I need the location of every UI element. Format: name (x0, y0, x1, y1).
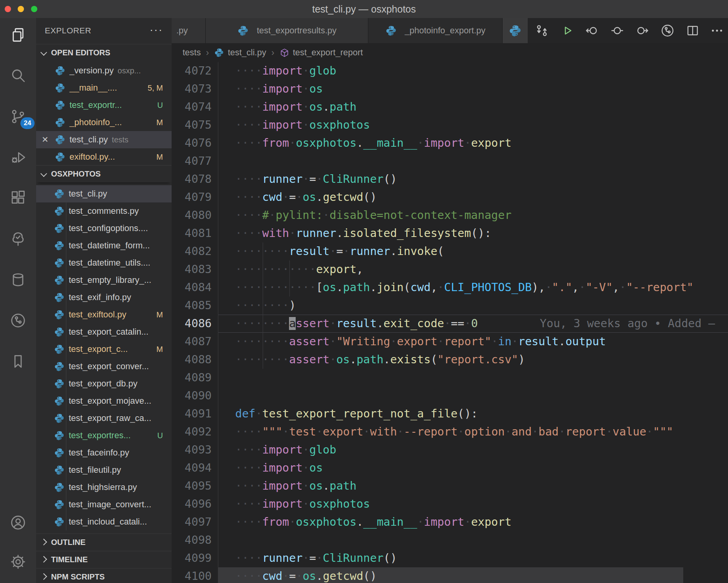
section-outline[interactable]: OUTLINE (36, 534, 172, 551)
line-number[interactable]: 4085 (172, 297, 218, 315)
search-icon[interactable] (9, 67, 27, 84)
tree-item[interactable]: test_configoptions.... (36, 220, 172, 237)
section-open-editors[interactable]: OPEN EDITORS (36, 44, 172, 61)
tree-item[interactable]: test_highsierra.py (36, 479, 172, 496)
line-number[interactable]: 4093 (172, 441, 218, 459)
code-line[interactable]: 4100····cwd·=·os.getcwd() (172, 567, 728, 583)
gitlens-icon[interactable] (9, 312, 27, 329)
run-icon[interactable] (559, 23, 575, 38)
code-line[interactable]: 4074····import·os.path (172, 98, 728, 116)
code-line[interactable]: 4096····import·osxphotos (172, 495, 728, 513)
tab--py[interactable]: .py (172, 18, 206, 43)
tree-item[interactable]: test_export_c...M (36, 341, 172, 358)
code-line[interactable]: 4088········assert·os.path.exists("repor… (172, 351, 728, 369)
tree-item[interactable]: test_datetime_form... (36, 237, 172, 254)
tree-item[interactable]: test_incloud_catali... (36, 513, 172, 530)
tree-item[interactable]: test_exiftool.pyM (36, 306, 172, 323)
line-number[interactable]: 4073 (172, 80, 218, 98)
line-number[interactable]: 4080 (172, 206, 218, 224)
database-icon[interactable] (9, 271, 27, 288)
section-project-osxphotos[interactable]: OSXPHOTOS (36, 165, 172, 182)
tree-item[interactable]: test_export_catalin... (36, 323, 172, 341)
line-number[interactable]: 4081 (172, 224, 218, 242)
code-line[interactable]: 4083············export, (172, 261, 728, 279)
more-actions-icon[interactable] (709, 23, 725, 38)
code-line[interactable]: 4076····from·osxphotos.__main__·import·e… (172, 134, 728, 152)
open-editor-item[interactable]: exiftool.py...M (36, 148, 172, 166)
tree-item[interactable]: test_export_db.py (36, 375, 172, 392)
line-number[interactable]: 4078 (172, 170, 218, 188)
code-line[interactable]: 4075····import·osxphotos (172, 116, 728, 134)
todo-tree-icon[interactable] (9, 230, 27, 248)
account-icon[interactable] (9, 514, 27, 531)
extensions-icon[interactable] (9, 189, 27, 207)
code-line[interactable]: 4084············[os.path.join(cwd,·CLI_P… (172, 279, 728, 297)
line-number[interactable]: 4089 (172, 369, 218, 387)
close-icon[interactable]: ✕ (42, 135, 54, 144)
tree-item[interactable]: test_exportres...U (36, 427, 172, 444)
code-line[interactable]: 4090 (172, 387, 728, 405)
line-number[interactable]: 4076 (172, 134, 218, 152)
tree-item[interactable]: test_cli.py (36, 185, 172, 202)
code-line[interactable]: 4089 (172, 369, 728, 387)
source-control-icon[interactable]: 24 (9, 108, 27, 125)
git-compare-icon[interactable] (534, 23, 550, 38)
gitlens-icon[interactable] (660, 23, 675, 38)
code-line[interactable]: 4079····cwd·=·os.getcwd() (172, 188, 728, 206)
breadcrumb-item[interactable]: test_cli.py (214, 47, 266, 58)
line-number[interactable]: 4091 (172, 405, 218, 423)
code-line[interactable]: 4094····import·os (172, 459, 728, 477)
open-editor-item[interactable]: ✕test_cli.pytests (36, 131, 172, 148)
code-line[interactable]: 4093····import·glob (172, 441, 728, 459)
code-line[interactable]: 4092····"""·test·export·with·--report·op… (172, 423, 728, 441)
breadcrumb-item[interactable]: test_export_report (280, 47, 363, 58)
code-line[interactable]: 4085········) (172, 297, 728, 315)
line-number[interactable]: 4099 (172, 549, 218, 567)
breadcrumb-item[interactable]: tests (183, 47, 201, 58)
tree-item[interactable]: test_datetime_utils.... (36, 254, 172, 271)
open-editor-item[interactable]: _photoinfo_...M (36, 114, 172, 131)
line-number[interactable]: 4074 (172, 98, 218, 116)
line-number[interactable]: 4072 (172, 62, 218, 80)
line-number[interactable]: 4084 (172, 279, 218, 297)
line-number[interactable]: 4079 (172, 188, 218, 206)
line-number[interactable]: 4075 (172, 116, 218, 134)
tree-item[interactable]: test_export_raw_ca... (36, 410, 172, 427)
files-icon[interactable] (9, 26, 27, 44)
open-editor-item[interactable]: test_exportr...U (36, 97, 172, 114)
code-line[interactable]: 4097····from·osxphotos.__main__·import·e… (172, 513, 728, 531)
tab-test-exportresults-py[interactable]: test_exportresults.py (206, 18, 368, 43)
tree-item[interactable]: test_export_conver... (36, 358, 172, 375)
code-line[interactable]: 4082········result·=·runner.invoke( (172, 242, 728, 261)
navigate-back-icon[interactable] (584, 23, 600, 38)
code-line[interactable]: 4087········assert·"Writing·export·repor… (172, 333, 728, 351)
line-number[interactable]: 4092 (172, 423, 218, 441)
run-debug-icon[interactable] (9, 149, 27, 166)
line-number[interactable]: 4086 (172, 315, 218, 333)
code-line[interactable]: 4072····import·glob (172, 62, 728, 80)
code-line[interactable]: 4091def·test_export_report_not_a_file(): (172, 405, 728, 423)
record-icon[interactable] (609, 23, 625, 38)
tree-item[interactable]: test_fileutil.py (36, 461, 172, 479)
explorer-more-actions-icon[interactable]: ··· (150, 24, 163, 36)
line-number[interactable]: 4090 (172, 387, 218, 405)
tree-item[interactable]: test_empty_library_... (36, 271, 172, 289)
section-npm-scripts[interactable]: NPM SCRIPTS (36, 568, 172, 583)
open-editor-item[interactable]: _version.pyosxp... (36, 62, 172, 79)
settings-gear-icon[interactable] (9, 553, 27, 570)
code-line[interactable]: 4095····import·os.path (172, 477, 728, 495)
section-timeline[interactable]: TIMELINE (36, 551, 172, 568)
code-line[interactable]: 4098 (172, 531, 728, 549)
line-number[interactable]: 4083 (172, 261, 218, 279)
line-number[interactable]: 4097 (172, 513, 218, 531)
split-editor-icon[interactable] (685, 23, 701, 38)
code-editor[interactable]: 4072····import·glob4073····import·os4074… (172, 62, 728, 583)
line-number[interactable]: 4082 (172, 242, 218, 261)
tree-item[interactable]: test_exif_info.py (36, 289, 172, 306)
code-line[interactable]: 4078····runner·=·CliRunner() (172, 170, 728, 188)
line-number[interactable]: 4094 (172, 459, 218, 477)
navigate-forward-icon[interactable] (635, 23, 650, 38)
python-interpreter-indicator[interactable] (503, 18, 528, 43)
tree-item[interactable]: test_image_convert... (36, 496, 172, 513)
code-line[interactable]: 4081····with·runner.isolated_filesystem(… (172, 224, 728, 242)
